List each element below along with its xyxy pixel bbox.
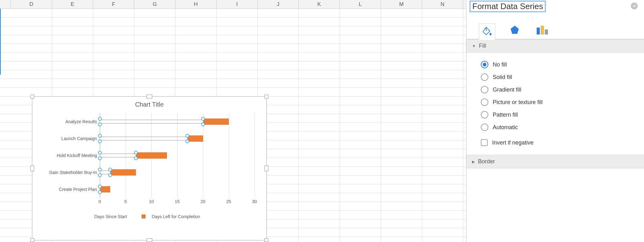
format-tabs (466, 13, 644, 39)
col-header-k[interactable]: K (299, 0, 340, 8)
series-selection-handle[interactable] (98, 151, 102, 155)
series-selection-handle[interactable] (98, 123, 102, 126)
bar-chart-icon (536, 24, 549, 35)
resize-handle-tl[interactable] (30, 95, 34, 98)
disclosure-triangle-icon: ▼ (472, 44, 476, 48)
section-fill-label: Fill (479, 43, 486, 49)
col-header-l[interactable]: L (340, 0, 381, 8)
chart-bar[interactable] (136, 152, 167, 159)
svg-rect-2 (541, 26, 544, 34)
disclosure-triangle-icon: ▶ (472, 160, 475, 164)
col-header-f[interactable]: F (93, 0, 134, 8)
column-header-row: D E F G H I J K L M N (0, 0, 466, 9)
paint-bucket-icon (482, 26, 492, 37)
series-selection-handle[interactable] (201, 117, 205, 121)
y-axis-label: Create Project Plan (59, 187, 97, 192)
chart-bar[interactable] (203, 118, 229, 125)
x-axis-tick: 5 (124, 199, 127, 204)
series-selection-handle[interactable] (185, 134, 189, 138)
radio-gradient-fill[interactable]: Gradient fill (481, 83, 644, 96)
series-selection-handle[interactable] (108, 168, 112, 171)
chart-bar[interactable] (110, 169, 136, 176)
x-axis-tick: 25 (226, 199, 231, 204)
svg-rect-3 (545, 29, 548, 34)
section-border-header[interactable]: ▶ Border (466, 155, 644, 168)
tab-series-options[interactable] (534, 22, 550, 38)
selected-series-segment[interactable] (100, 137, 187, 140)
chart-bar[interactable] (187, 135, 203, 142)
selection-indicator (0, 9, 1, 75)
close-icon[interactable] (631, 3, 638, 9)
series-selection-handle[interactable] (98, 139, 102, 143)
resize-handle-tm[interactable] (147, 95, 152, 98)
series-selection-handle[interactable] (98, 117, 102, 121)
resize-handle-tr[interactable] (265, 95, 268, 98)
col-header-m[interactable]: M (381, 0, 422, 8)
col-header-n[interactable]: N (422, 0, 463, 8)
legend-swatch-icon (142, 214, 146, 218)
gridline (255, 113, 255, 198)
chart-legend[interactable]: Days Since Start Days Left for Completio… (32, 213, 266, 223)
col-header-e[interactable]: E (52, 0, 93, 8)
series-selection-handle[interactable] (185, 139, 189, 143)
resize-handle-mr[interactable] (265, 166, 268, 171)
selected-series-segment[interactable] (100, 120, 203, 124)
series-selection-handle[interactable] (98, 173, 102, 177)
series-selection-handle[interactable] (201, 123, 205, 126)
checkbox-invert-if-negative[interactable]: Invert if negative (481, 137, 644, 149)
y-axis-label: Launch Campaign (61, 136, 97, 141)
col-header-g[interactable]: G (134, 0, 175, 8)
format-panel: Format Data Series (466, 0, 644, 242)
x-axis-tick: 20 (201, 199, 206, 204)
gridline (177, 113, 178, 198)
col-header-spacer (0, 0, 11, 8)
series-selection-handle[interactable] (134, 156, 138, 160)
section-fill-header[interactable]: ▼ Fill (466, 39, 644, 53)
selected-series-segment[interactable] (100, 154, 136, 157)
col-header-i[interactable]: I (217, 0, 258, 8)
col-header-d[interactable]: D (11, 0, 52, 8)
y-axis-label: Hold Kickoff Meeting (57, 153, 97, 158)
section-border-label: Border (478, 158, 495, 165)
legend-item-2[interactable]: Days Left for Completion (137, 214, 205, 219)
gridline (229, 113, 229, 198)
x-axis-tick: 0 (99, 199, 101, 204)
radio-pattern-fill[interactable]: Pattern fill (481, 108, 644, 121)
radio-picture-fill[interactable]: Picture or texture fill (481, 96, 644, 108)
embedded-chart[interactable]: Chart Title Analyze ResultsLaunch Campai… (32, 96, 267, 240)
y-axis-label: Analyze Results (66, 119, 97, 124)
resize-handle-br[interactable] (265, 238, 268, 242)
resize-handle-ml[interactable] (30, 166, 34, 171)
spreadsheet[interactable]: D E F G H I J K L M N Chart Title A (0, 0, 466, 242)
series-selection-handle[interactable] (108, 173, 112, 177)
tab-fill-line[interactable] (479, 24, 495, 40)
chart-title[interactable]: Chart Title (32, 97, 266, 111)
radio-solid-fill[interactable]: Solid fill (481, 71, 644, 83)
col-header-j[interactable]: J (258, 0, 299, 8)
x-axis-tick: 15 (175, 199, 180, 204)
series-selection-handle[interactable] (98, 190, 102, 194)
col-header-h[interactable]: H (175, 0, 217, 8)
svg-rect-1 (537, 28, 540, 34)
resize-handle-bm[interactable] (147, 238, 152, 242)
series-selection-handle[interactable] (134, 151, 138, 155)
panel-title[interactable]: Format Data Series (470, 1, 546, 12)
section-fill-body: No fill Solid fill Gradient fill Picture… (466, 53, 644, 155)
legend-item-1[interactable]: Days Since Start (94, 214, 127, 219)
radio-no-fill[interactable]: No fill (481, 58, 644, 71)
series-selection-handle[interactable] (98, 134, 102, 138)
series-selection-handle[interactable] (98, 168, 102, 171)
resize-handle-bl[interactable] (30, 238, 34, 242)
y-axis-label: Gain Stakeholder Buy-In (49, 170, 97, 175)
x-axis-tick: 30 (252, 199, 257, 204)
x-axis-tick: 10 (149, 199, 154, 204)
series-selection-handle[interactable] (98, 156, 102, 160)
tab-effects[interactable] (507, 22, 523, 38)
pentagon-icon (509, 24, 520, 35)
radio-automatic[interactable]: Automatic (481, 121, 644, 134)
svg-point-0 (490, 33, 491, 35)
chart-plot-area[interactable]: Analyze ResultsLaunch CampaignHold Kicko… (42, 113, 257, 213)
series-selection-handle[interactable] (98, 185, 102, 188)
